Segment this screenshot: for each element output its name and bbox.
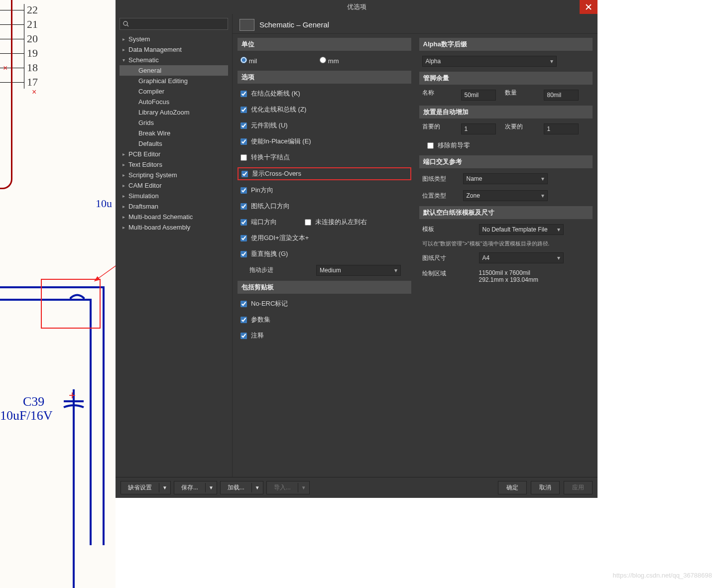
tree-item-draftsman[interactable]: ▸Draftsman [120,201,228,212]
opt-convert-cross[interactable]: 转换十字结点 [238,151,411,163]
ok-button[interactable]: 确定 [498,481,527,494]
opt-component-cut[interactable]: 元件割线 (U) [238,119,411,131]
opt-param-set[interactable]: 参数集 [238,314,411,326]
svg-point-4 [123,21,127,25]
tree-item-label: Break Wire [138,129,170,137]
tree-item-label: Scripting System [128,171,177,179]
opt-no-erc[interactable]: No-ERC标记 [238,298,411,310]
tree-item-simulation[interactable]: ▸Simulation [120,191,228,201]
opt-remove-leading-zero[interactable]: 移除前导零 [419,139,593,151]
save-button[interactable]: 保存...▼ [174,481,217,494]
tree-item-autofocus[interactable]: AutoFocus [120,97,228,107]
search-input[interactable] [131,20,225,27]
pin-label: 21 [27,18,38,31]
tree-item-label: Defaults [138,140,162,147]
chevron-right-icon: ▸ [122,151,128,157]
close-button[interactable] [580,0,598,14]
tree-item-defaults[interactable]: Defaults [120,138,228,149]
pin-label: 17 [27,76,38,89]
tree-item-system[interactable]: ▸System [120,34,228,44]
highlight-box [41,279,101,329]
chevron-down-icon[interactable]: ▼ [159,483,170,492]
tree-item-graphical-editing[interactable]: Graphical Editing [120,76,228,86]
opt-unconnected-ltr[interactable]: 未连接的从左到右 [305,218,367,227]
tree-item-label: Compiler [138,88,164,95]
tree-item-data-management[interactable]: ▸Data Management [120,44,228,55]
defaults-button[interactable]: 缺省设置▼ [120,481,171,494]
section-clipboard: 包括剪贴板 [238,281,411,294]
apply-button[interactable]: 应用 [564,481,593,494]
tree-item-scripting-system[interactable]: ▸Scripting System [120,170,228,180]
drag-step-dropdown[interactable]: Medium [316,265,401,276]
tree-item-break-wire[interactable]: Break Wire [120,128,228,138]
template-label: 模板 [422,226,452,233]
secondary-input[interactable] [544,123,579,134]
wire [103,286,105,545]
search-box[interactable] [120,18,228,30]
x-mark: × [32,88,36,97]
section-port-xref: 端口交叉参考 [419,155,593,168]
opt-inplace-edit[interactable]: 使能In-Place编辑 (E) [238,135,411,147]
template-dropdown[interactable]: No Default Template File [479,224,564,235]
tree-item-library-autozoom[interactable]: Library AutoZoom [120,107,228,118]
tree-item-cam-editor[interactable]: ▸CAM Editor [120,180,228,191]
draw-area-value: 11500mil x 7600mil 292.1mm x 193.04mm [479,269,538,283]
alpha-dropdown[interactable]: Alpha [422,56,557,67]
primary-input[interactable] [461,123,496,134]
sheet-size-dropdown[interactable]: A4 [479,252,564,263]
chevron-down-icon[interactable]: ▼ [251,483,263,492]
section-pin-margin: 管脚余量 [419,72,593,85]
cancel-button[interactable]: 取消 [531,481,560,494]
tree-item-multi-board-assembly[interactable]: ▸Multi-board Assembly [120,222,228,233]
opt-notes[interactable]: 注释 [238,330,411,342]
chevron-down-icon[interactable]: ▼ [298,483,309,492]
pin-num-input[interactable] [544,90,579,101]
pin-num-label: 数量 [505,90,535,96]
category-tree[interactable]: ▸System▸Data Management▾SchematicGeneral… [120,34,228,233]
tree-item-label: System [128,35,150,43]
opt-pin-direction[interactable]: Pin方向 [238,184,411,196]
import-button[interactable]: 导入...▼ [266,481,310,494]
preferences-dialog: 优选项 ▸System▸Data Management▾SchematicGen… [116,0,598,498]
opt-vertical-drag[interactable]: 垂直拖拽 (G) [238,248,411,260]
opt-optimize-wire[interactable]: 优化走线和总线 (Z) [238,104,411,116]
chevron-right-icon: ▸ [122,193,128,199]
tree-item-multi-board-schematic[interactable]: ▸Multi-board Schematic [120,212,228,222]
tree-item-general[interactable]: General [120,65,228,76]
red-trace [0,0,12,189]
left-column: 单位 mil mm 选项 在结点处断线 (K) 优化走线和总线 (Z) 元件割线… [238,38,411,473]
opt-use-gdi[interactable]: 使用GDI+渲染文本+ [238,232,411,244]
tree-item-compiler[interactable]: Compiler [120,86,228,97]
capacitor-symbol [63,398,85,410]
draw-area-label: 绘制区域 [422,269,457,278]
opt-sheet-entry-dir[interactable]: 图纸入口方向 [238,200,411,212]
tree-item-label: Text Editors [128,161,162,168]
chevron-down-icon: ▾ [122,57,128,63]
secondary-label: 次要的 [505,123,535,130]
tree-item-label: Multi-board Assembly [128,224,190,231]
chevron-right-icon: ▸ [122,162,128,167]
tree-item-label: Draftsman [128,203,158,210]
tree-item-grids[interactable]: Grids [120,118,228,128]
opt-break-at-node[interactable]: 在结点处断线 (K) [238,88,411,100]
pin-label: 18 [27,61,38,74]
opt-port-direction[interactable]: 端口方向 [240,218,277,227]
tree-item-label: AutoFocus [138,98,169,106]
tree-item-text-editors[interactable]: ▸Text Editors [120,159,228,170]
tree-item-label: PCB Editor [128,150,160,158]
sheet-type-dropdown[interactable]: Name [463,173,548,184]
drag-step-label: 拖动步进 [249,267,279,273]
content-area: Schematic – General 单位 mil mm 选项 在结点处断线 … [233,14,598,477]
chevron-down-icon[interactable]: ▼ [205,483,217,492]
load-button[interactable]: 加载...▼ [220,481,263,494]
tree-item-schematic[interactable]: ▾Schematic [120,55,228,65]
pin-name-input[interactable] [461,90,496,101]
unit-mil-radio[interactable]: mil [240,57,257,65]
tree-item-pcb-editor[interactable]: ▸PCB Editor [120,149,228,159]
chevron-right-icon: ▸ [122,204,128,209]
loc-type-dropdown[interactable]: Zone [463,190,548,201]
unit-mm-radio[interactable]: mm [320,57,339,65]
schematic-icon [239,19,254,31]
dialog-title: 优选项 [347,2,366,11]
opt-show-crossovers[interactable]: 显示Cross-Overs [238,167,411,180]
